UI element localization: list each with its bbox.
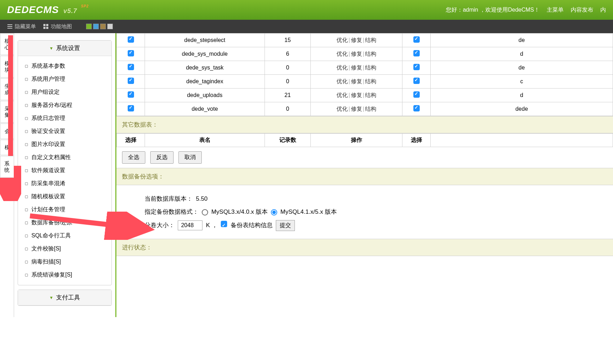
sidebar-item-0[interactable]: 系统基本参数	[18, 60, 111, 73]
other-tables-header: 其它数据表：	[116, 116, 613, 133]
vtab-module[interactable]: 模块	[0, 56, 14, 78]
table-row: dede_sys_module6优化|修复|结构d	[117, 47, 613, 61]
row-checkbox-2[interactable]	[413, 91, 420, 98]
vtab-core[interactable]: 核心	[0, 33, 14, 55]
repair-link[interactable]: 修复	[351, 92, 362, 98]
sidebar-item-11[interactable]: 计划任务管理	[18, 203, 111, 216]
hide-menu-button[interactable]: 隐藏菜单	[7, 23, 36, 30]
sidebar-item-4[interactable]: 系统日志管理	[18, 112, 111, 125]
sidebar-item-14[interactable]: 文件校验[S]	[18, 242, 111, 255]
bullet-icon	[25, 78, 28, 81]
sidebar-item-8[interactable]: 软件频道设置	[18, 164, 111, 177]
bullet-icon	[25, 235, 28, 237]
sidebar-item-10[interactable]: 随机模板设置	[18, 190, 111, 203]
table-name-cell: dede_tagindex	[145, 75, 265, 89]
optimize-link[interactable]: 优化	[336, 37, 348, 43]
sidebar-item-6[interactable]: 图片水印设置	[18, 138, 111, 151]
row-checkbox[interactable]	[128, 91, 134, 98]
struct-link[interactable]: 结构	[365, 92, 376, 98]
sidebar-item-label: 数据库备份/还原	[31, 219, 72, 226]
row-checkbox[interactable]	[128, 50, 134, 56]
sidebar: ▼ 系统设置 系统基本参数系统用户管理用户组设定服务器分布/远程系统日志管理验证…	[14, 33, 116, 317]
row-checkbox[interactable]	[128, 64, 134, 70]
radio-mysql4[interactable]	[271, 209, 277, 216]
extra-cell: d	[431, 47, 613, 61]
radio-mysql3[interactable]	[202, 209, 208, 216]
optimize-link[interactable]: 优化	[336, 92, 348, 98]
logo-text: DEDECMS	[7, 4, 59, 15]
row-checkbox-2[interactable]	[413, 105, 420, 111]
sidebar-item-16[interactable]: 系统错误修复[S]	[18, 268, 111, 281]
sidebar-item-15[interactable]: 病毒扫描[S]	[18, 255, 111, 268]
row-checkbox-2[interactable]	[413, 64, 420, 70]
sidebar-group-title-system[interactable]: ▼ 系统设置	[18, 41, 111, 56]
struct-link[interactable]: 结构	[365, 65, 376, 71]
sidebar-item-7[interactable]: 自定义文档属性	[18, 151, 111, 164]
row-checkbox-2[interactable]	[413, 78, 420, 84]
vertical-tabs: 核心 模块 生成 采集 会 模 系统	[0, 33, 14, 317]
sidebar-item-3[interactable]: 服务器分布/远程	[18, 99, 111, 112]
sidebar-item-5[interactable]: 验证安全设置	[18, 125, 111, 138]
select-all-button[interactable]: 全选	[122, 151, 145, 164]
struct-link[interactable]: 结构	[365, 51, 376, 57]
optimize-link[interactable]: 优化	[336, 51, 348, 57]
cancel-button[interactable]: 取消	[178, 151, 202, 164]
repair-link[interactable]: 修复	[351, 51, 362, 57]
table-name-cell: dede_sys_task	[145, 61, 265, 75]
content-publish-link[interactable]: 内容发布	[571, 6, 593, 14]
row-checkbox-2[interactable]	[413, 50, 420, 56]
sidebar-item-1[interactable]: 系统用户管理	[18, 73, 111, 86]
repair-link[interactable]: 修复	[351, 37, 362, 43]
content: dede_stepselect15优化|修复|结构dedede_sys_modu…	[116, 33, 613, 317]
more-link[interactable]: 内	[600, 6, 606, 14]
extra-cell: dede	[431, 102, 613, 116]
sidebar-item-label: 图片水印设置	[31, 141, 65, 148]
sidebar-item-2[interactable]: 用户组设定	[18, 86, 111, 99]
row-checkbox-2[interactable]	[413, 36, 420, 43]
row-checkbox[interactable]	[128, 105, 134, 111]
row-checkbox[interactable]	[128, 78, 134, 84]
svg-rect-2	[7, 28, 12, 29]
volume-input[interactable]	[178, 220, 202, 230]
vtab-member[interactable]: 会	[0, 123, 14, 139]
sidebar-item-13[interactable]: SQL命令行工具	[18, 229, 111, 242]
invert-button[interactable]: 反选	[150, 151, 174, 164]
optimize-link[interactable]: 优化	[336, 106, 348, 112]
bullet-icon	[25, 65, 28, 68]
sidebar-group-title-pay[interactable]: ▼ 支付工具	[18, 290, 111, 305]
main-menu-link[interactable]: 主菜单	[547, 6, 564, 14]
row-checkbox[interactable]	[128, 36, 134, 43]
chevron-down-icon: ▼	[49, 295, 54, 300]
sidebar-item-label: 服务器分布/远程	[31, 102, 72, 109]
bullet-icon	[25, 169, 28, 172]
hide-menu-label: 隐藏菜单	[15, 23, 36, 30]
theme-brown[interactable]	[100, 24, 106, 29]
theme-grey[interactable]	[107, 24, 113, 29]
vtab-collect[interactable]: 采集	[0, 101, 14, 123]
submit-button[interactable]: 提交	[276, 220, 295, 231]
record-count-cell: 0	[265, 75, 311, 89]
theme-green[interactable]	[86, 24, 92, 29]
struct-checkbox[interactable]	[221, 221, 227, 227]
func-map-button[interactable]: 功能地图	[43, 23, 72, 30]
repair-link[interactable]: 修复	[351, 65, 362, 71]
vtab-template[interactable]: 模	[0, 140, 14, 155]
record-count-cell: 21	[265, 89, 311, 102]
struct-link[interactable]: 结构	[365, 37, 376, 43]
bullet-icon	[25, 156, 28, 159]
vtab-system[interactable]: 系统	[0, 156, 14, 178]
struct-link[interactable]: 结构	[365, 78, 376, 84]
repair-link[interactable]: 修复	[351, 106, 362, 112]
theme-blue[interactable]	[93, 24, 99, 29]
col-records: 记录数	[265, 134, 311, 147]
repair-link[interactable]: 修复	[351, 78, 362, 84]
vtab-generate[interactable]: 生成	[0, 78, 14, 100]
sidebar-item-12[interactable]: 数据库备份/还原	[18, 216, 111, 229]
backup-options: 当前数据库版本： 5.50 指定备份数据格式： MySQL3.x/4.0.x 版…	[116, 185, 613, 239]
sidebar-item-9[interactable]: 防采集串混淆	[18, 177, 111, 190]
optimize-link[interactable]: 优化	[336, 65, 348, 71]
optimize-link[interactable]: 优化	[336, 78, 348, 84]
sidebar-item-label: 系统日志管理	[31, 115, 65, 122]
struct-link[interactable]: 结构	[365, 106, 376, 112]
bullet-icon	[25, 182, 28, 185]
